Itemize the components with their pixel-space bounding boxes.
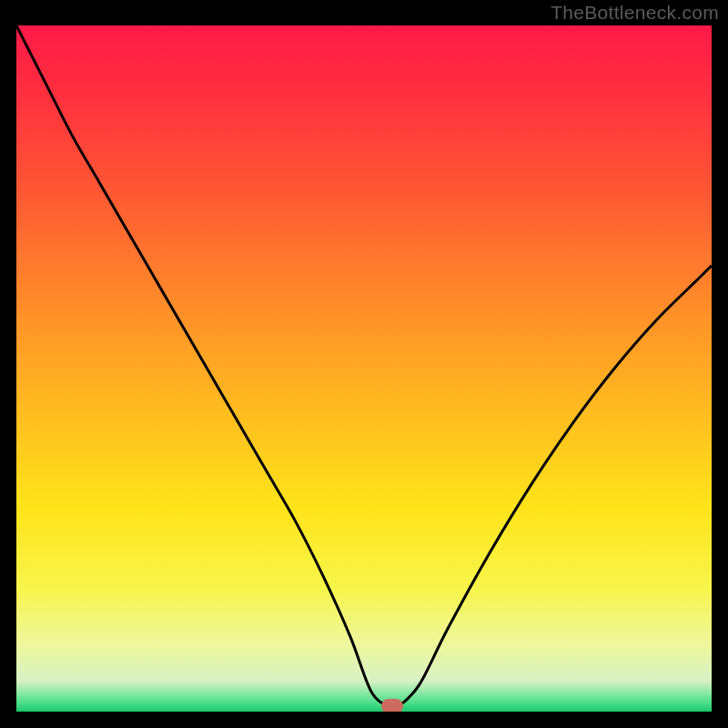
plot-area	[16, 25, 712, 712]
attribution-text: TheBottleneck.com	[551, 2, 719, 24]
chart-svg	[16, 25, 712, 712]
background-gradient	[16, 25, 712, 712]
optimal-point-marker	[381, 699, 403, 712]
chart-frame: TheBottleneck.com	[0, 0, 728, 728]
